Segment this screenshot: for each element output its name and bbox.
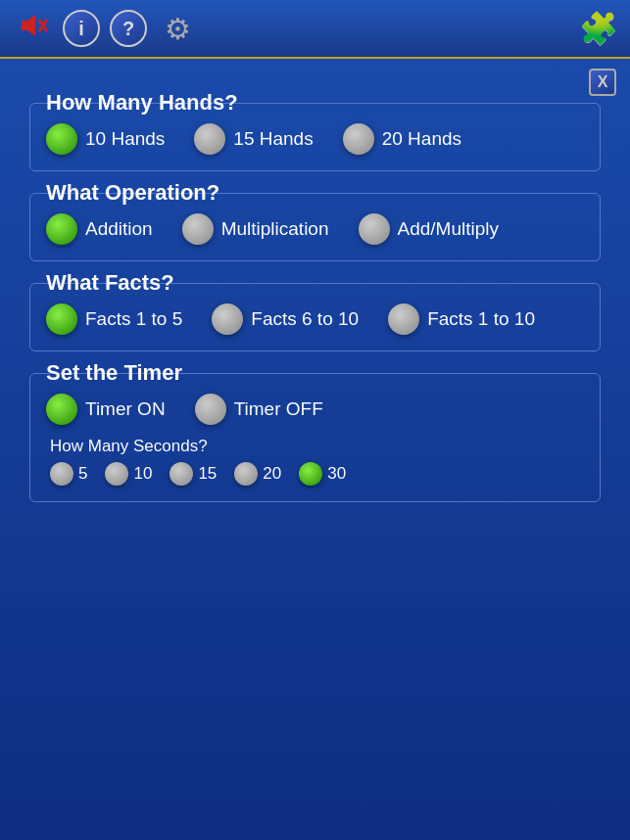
seconds-option-1[interactable]: 10 — [105, 462, 152, 486]
toolbar-left: i ? ⚙ — [12, 8, 198, 49]
seconds-label: How Many Seconds? — [50, 437, 584, 456]
operation-option-1[interactable]: Multiplication — [182, 213, 329, 245]
operation-section: What Operation? Addition Multiplication … — [29, 193, 601, 261]
seconds-val-1: 10 — [133, 464, 152, 484]
timer-option-1[interactable]: Timer OFF — [195, 394, 323, 425]
help-button[interactable]: ? — [110, 10, 147, 47]
hands-option-0[interactable]: 10 Hands — [46, 123, 165, 155]
facts-radio-0[interactable] — [46, 303, 77, 335]
operation-label-0: Addition — [85, 218, 153, 240]
facts-label-1: Facts 6 to 10 — [251, 308, 359, 330]
gear-icon: ⚙ — [165, 12, 191, 46]
speaker-mute-icon — [14, 7, 51, 51]
operation-option-2[interactable]: Add/Multiply — [359, 213, 500, 245]
info-icon: i — [78, 18, 84, 40]
hands-label-2: 20 Hands — [382, 128, 461, 150]
facts-section: What Facts? Facts 1 to 5 Facts 6 to 10 F… — [29, 283, 601, 351]
timer-title: Set the Timer — [42, 360, 186, 386]
timer-options: Timer ON Timer OFF — [46, 394, 584, 425]
seconds-option-4[interactable]: 30 — [299, 462, 346, 486]
hands-section: How Many Hands? 10 Hands 15 Hands 20 Han… — [29, 103, 601, 171]
toolbar: i ? ⚙ 🧩 — [0, 0, 630, 59]
hands-option-1[interactable]: 15 Hands — [194, 123, 313, 155]
hands-options: 10 Hands 15 Hands 20 Hands — [46, 123, 584, 155]
timer-option-0[interactable]: Timer ON — [46, 394, 166, 425]
operation-option-0[interactable]: Addition — [46, 213, 153, 245]
seconds-radio-0[interactable] — [50, 462, 73, 486]
seconds-val-4: 30 — [327, 464, 346, 484]
close-button[interactable]: X — [589, 69, 616, 96]
facts-title: What Facts? — [42, 270, 178, 296]
hands-label-0: 10 Hands — [85, 128, 165, 150]
seconds-val-0: 5 — [78, 464, 87, 484]
seconds-radio-4[interactable] — [299, 462, 322, 486]
facts-option-0[interactable]: Facts 1 to 5 — [46, 303, 182, 335]
hands-option-2[interactable]: 20 Hands — [343, 123, 461, 155]
facts-label-0: Facts 1 to 5 — [85, 308, 182, 330]
timer-radio-0[interactable] — [46, 394, 77, 425]
speaker-mute-button[interactable] — [12, 8, 53, 49]
facts-options: Facts 1 to 5 Facts 6 to 10 Facts 1 to 10 — [46, 303, 584, 335]
facts-radio-2[interactable] — [388, 303, 419, 335]
timer-label-1: Timer OFF — [234, 398, 323, 420]
seconds-options: 5 10 15 20 30 — [50, 462, 584, 486]
seconds-radio-2[interactable] — [170, 462, 193, 486]
puzzle-icon: 🧩 — [579, 11, 618, 46]
facts-option-2[interactable]: Facts 1 to 10 — [388, 303, 535, 335]
main-content: X How Many Hands? 10 Hands 15 Hands 20 H… — [0, 59, 630, 840]
svg-marker-0 — [22, 15, 35, 36]
seconds-val-2: 15 — [198, 464, 217, 484]
seconds-option-2[interactable]: 15 — [170, 462, 217, 486]
operation-radio-1[interactable] — [182, 213, 214, 245]
seconds-val-3: 20 — [263, 464, 281, 484]
timer-section: Set the Timer Timer ON Timer OFF How Man… — [29, 373, 601, 502]
operation-title: What Operation? — [42, 180, 223, 206]
timer-radio-1[interactable] — [195, 394, 226, 425]
facts-radio-1[interactable] — [212, 303, 243, 335]
settings-button[interactable]: ⚙ — [157, 8, 198, 49]
facts-option-1[interactable]: Facts 6 to 10 — [212, 303, 359, 335]
operation-radio-0[interactable] — [46, 213, 77, 245]
puzzle-button[interactable]: 🧩 — [579, 10, 618, 47]
hands-title: How Many Hands? — [42, 90, 242, 116]
info-button[interactable]: i — [63, 10, 100, 47]
timer-label-0: Timer ON — [85, 398, 166, 420]
hands-radio-2[interactable] — [343, 123, 374, 155]
operation-label-2: Add/Multiply — [398, 218, 500, 240]
operation-radio-2[interactable] — [359, 213, 390, 245]
operation-label-1: Multiplication — [221, 218, 329, 240]
hands-radio-0[interactable] — [46, 123, 77, 155]
hands-radio-1[interactable] — [194, 123, 225, 155]
seconds-option-3[interactable]: 20 — [234, 462, 281, 486]
help-icon: ? — [122, 18, 134, 40]
seconds-option-0[interactable]: 5 — [50, 462, 87, 486]
facts-label-2: Facts 1 to 10 — [427, 308, 535, 330]
seconds-radio-3[interactable] — [234, 462, 258, 486]
seconds-radio-1[interactable] — [105, 462, 128, 486]
hands-label-1: 15 Hands — [233, 128, 313, 150]
operation-options: Addition Multiplication Add/Multiply — [46, 213, 584, 245]
